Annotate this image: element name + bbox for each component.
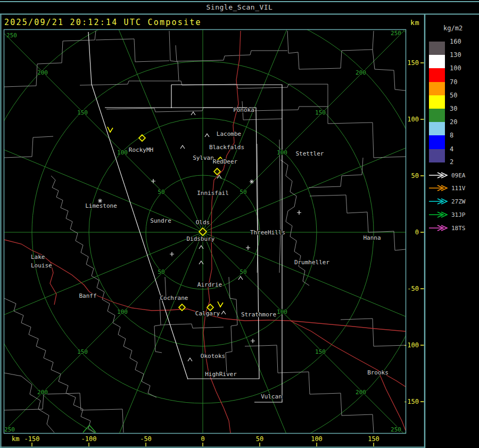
- window-title: Single_Scan_VIL: [207, 3, 273, 11]
- axis-tick-label: -150: [403, 398, 419, 405]
- range-label: 150: [315, 109, 326, 116]
- scale-box: [429, 109, 445, 122]
- scale-value: 50: [450, 92, 457, 99]
- axis-tick-label: 50: [411, 172, 419, 180]
- range-label: 250: [4, 426, 15, 433]
- color-scale-unit: kg/m2: [443, 25, 463, 32]
- range-label: 100: [117, 149, 128, 156]
- radar-display: Single_Scan_VIL 2025/09/21 20:12:14 UTC …: [0, 0, 479, 448]
- city-label: Olds: [196, 219, 210, 226]
- scale-value: 20: [450, 118, 457, 126]
- city-label: Vulcan: [261, 393, 282, 400]
- city-label: ThreeHills: [250, 229, 285, 236]
- scale-box: [429, 95, 445, 109]
- range-label: 200: [356, 389, 366, 396]
- radar-id-label: 27ZW: [451, 198, 466, 205]
- scale-value: 30: [450, 105, 457, 112]
- axis-tick-label: 0: [415, 229, 419, 236]
- city-label: RedDeer: [213, 158, 238, 165]
- range-label: 250: [391, 30, 401, 37]
- city-label: Cochrane: [160, 295, 188, 302]
- scale-value: 70: [450, 78, 457, 86]
- city-label: Ponoka: [233, 107, 254, 113]
- range-label: 150: [77, 109, 88, 116]
- range-label: 100: [277, 308, 287, 315]
- scale-box: [429, 149, 445, 162]
- axis-tick-label: -150: [24, 435, 40, 443]
- axis-tick-label: 100: [407, 116, 419, 123]
- scale-box: [429, 122, 445, 135]
- city-label: Stettler: [296, 150, 324, 157]
- scale-value: 130: [450, 51, 461, 59]
- axis-tick-label: 100: [311, 435, 323, 443]
- city-label: Strathmore: [241, 311, 276, 318]
- city-label: Hanna: [363, 234, 381, 241]
- range-label: 200: [356, 69, 366, 76]
- city-label: RockyMH: [129, 146, 153, 153]
- scale-box: [429, 55, 445, 68]
- axis-tick-label: 0: [201, 435, 204, 443]
- city-label: Lake: [31, 254, 45, 260]
- scale-value: 8: [450, 132, 453, 139]
- city-label: Limestone: [85, 202, 117, 209]
- city-label: Banff: [79, 292, 96, 299]
- axis-tick-label: 50: [256, 435, 263, 443]
- right-axis-unit: km: [410, 19, 420, 27]
- scale-value: 160: [450, 38, 461, 45]
- city-label: Blackfalds: [209, 144, 244, 151]
- city-label: Sundre: [150, 217, 171, 224]
- city-label: Louise: [31, 262, 52, 269]
- radar-id-label: 111V: [451, 185, 466, 192]
- city-label: Sylvan: [193, 154, 214, 161]
- radar-id-label: 09EA: [451, 172, 466, 179]
- range-label: 100: [277, 149, 287, 156]
- city-label: Lacombe: [217, 131, 241, 137]
- scale-box: [429, 42, 445, 55]
- city-label: Innisfail: [197, 190, 229, 197]
- scale-box: [429, 82, 445, 95]
- city-label: Drumheller: [294, 259, 330, 266]
- axis-tick-label: -50: [140, 435, 152, 443]
- axis-tick-label: -100: [403, 341, 419, 349]
- scale-box: [429, 68, 445, 82]
- scale-value: 4: [450, 145, 453, 153]
- radar-viewer-window: Single_Scan_VIL 2025/09/21 20:12:14 UTC …: [0, 0, 479, 448]
- range-label: 200: [37, 389, 48, 396]
- axis-tick-label: 150: [407, 59, 419, 67]
- scale-value: 2: [450, 158, 453, 166]
- radar-id-label: 31JP: [451, 211, 466, 218]
- range-label: 50: [240, 189, 246, 196]
- city-label: Didsbury: [187, 235, 215, 242]
- range-label: 50: [158, 268, 164, 275]
- city-label: Brooks: [367, 369, 389, 376]
- range-label: 100: [117, 308, 128, 315]
- city-label: Calgary: [195, 310, 220, 317]
- city-label: Airdrie: [197, 281, 222, 288]
- range-label: 250: [6, 32, 17, 39]
- axis-tick-label: -100: [81, 435, 97, 443]
- city-label: HighRiver: [205, 371, 237, 378]
- radar-id-label: 18TS: [451, 225, 466, 232]
- scale-box: [429, 135, 445, 149]
- range-label: 50: [158, 189, 164, 196]
- range-label: 50: [240, 268, 246, 275]
- range-label: 150: [77, 348, 88, 355]
- range-label: 200: [37, 69, 48, 76]
- range-label: 250: [391, 426, 401, 433]
- range-label: 150: [315, 348, 326, 355]
- scale-value: 100: [450, 64, 461, 72]
- axis-tick-label: 150: [368, 435, 379, 443]
- timestamp-label: 2025/09/21 20:12:14 UTC Composite: [4, 18, 202, 27]
- city-label: Okotoks: [201, 353, 225, 360]
- axis-tick-label: -50: [407, 285, 419, 292]
- bottom-axis-unit: km: [12, 435, 19, 443]
